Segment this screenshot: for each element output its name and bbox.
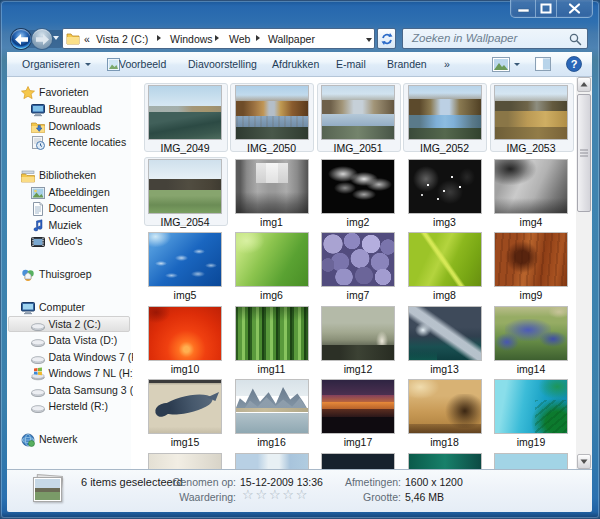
svg-text:?: ? [571,58,578,70]
